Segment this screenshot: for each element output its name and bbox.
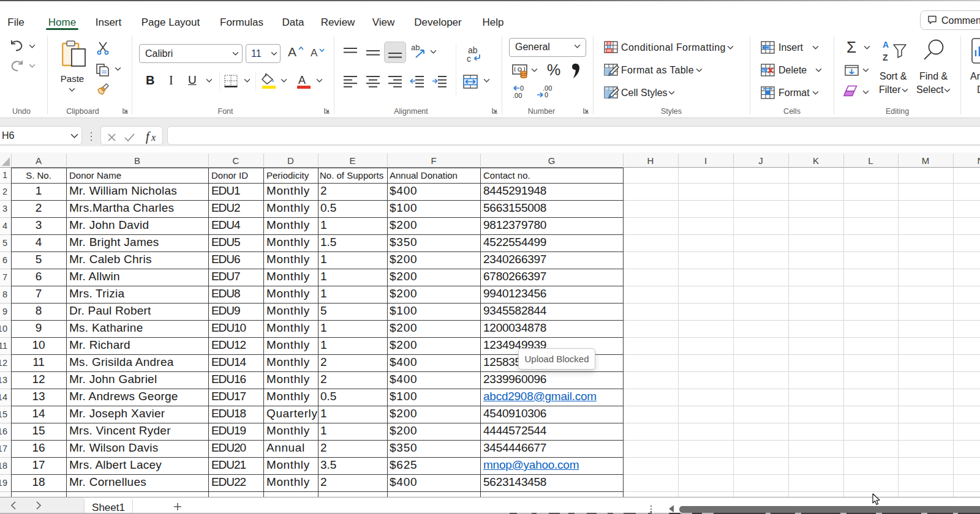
svg-text:0: 0	[545, 91, 548, 99]
svg-text:0: 0	[520, 84, 524, 92]
svg-text:.00: .00	[513, 92, 522, 99]
